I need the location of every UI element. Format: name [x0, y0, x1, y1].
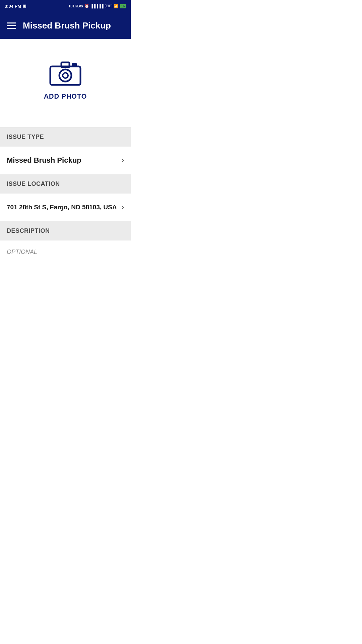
chevron-right-icon: ›	[122, 156, 124, 165]
page-title: Missed Brush Pickup	[23, 20, 111, 31]
add-photo-label: ADD PHOTO	[44, 93, 87, 100]
description-header: DESCRIPTION	[0, 221, 131, 240]
issue-type-item[interactable]: Missed Brush Pickup ›	[0, 147, 131, 174]
chevron-right-icon-2: ›	[122, 203, 124, 212]
svg-point-4	[63, 73, 68, 78]
issue-location-item[interactable]: 701 28th St S, Fargo, ND 58103, USA ›	[0, 194, 131, 221]
alarm-icon: ⏰	[84, 4, 89, 8]
lte-icon: LTE	[105, 4, 112, 8]
menu-button[interactable]	[7, 22, 16, 29]
speed-display: 101KB/s	[68, 4, 83, 8]
status-bar-right: 101KB/s ⏰ ▐▐▐▐▐ LTE 📶 16	[68, 4, 126, 8]
menu-line-2	[7, 25, 16, 26]
issue-type-header: ISSUE TYPE	[0, 127, 131, 147]
status-bar-left: 3:04 PM ▣	[5, 4, 26, 9]
photo-section[interactable]: ADD PHOTO	[0, 39, 131, 127]
signal-icon: ▐▐▐▐▐	[90, 4, 104, 8]
battery-icon: 16	[120, 4, 126, 8]
svg-rect-1	[61, 62, 69, 67]
wifi-icon: 📶	[114, 4, 118, 8]
camera-icon	[49, 59, 82, 87]
optional-label: OPTIONAL	[0, 240, 131, 259]
menu-line-1	[7, 22, 16, 23]
app-header: Missed Brush Pickup	[0, 12, 131, 39]
svg-point-3	[59, 69, 71, 82]
status-bar: 3:04 PM ▣ 101KB/s ⏰ ▐▐▐▐▐ LTE 📶 16	[0, 0, 131, 12]
issue-location-value: 701 28th St S, Fargo, ND 58103, USA	[7, 204, 117, 211]
time-display: 3:04 PM	[5, 4, 21, 9]
svg-rect-2	[72, 63, 77, 66]
issue-location-header: ISSUE LOCATION	[0, 174, 131, 194]
menu-line-3	[7, 28, 16, 29]
issue-type-value: Missed Brush Pickup	[7, 156, 81, 165]
network-icon: ▣	[22, 4, 26, 8]
